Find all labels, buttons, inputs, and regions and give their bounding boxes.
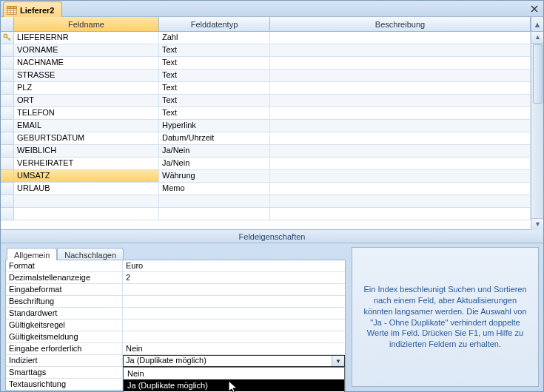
field-name-cell[interactable]: URLAUB <box>14 183 159 195</box>
field-name-cell[interactable]: NACHNAME <box>14 57 159 70</box>
data-type-cell[interactable]: Text <box>159 44 270 57</box>
dropdown-button[interactable]: ▼ <box>332 356 344 367</box>
row-selector[interactable] <box>1 95 14 107</box>
indexed-dropdown[interactable]: NeinJa (Duplikate möglich)Ja (Ohne Dupli… <box>123 367 345 392</box>
property-row[interactable]: Dezimalstellenanzeige2 <box>6 272 345 284</box>
data-type-cell[interactable]: Währung <box>159 170 270 183</box>
field-row[interactable]: EMAILHyperlink <box>1 120 531 132</box>
row-selector[interactable] <box>1 120 14 132</box>
row-selector[interactable] <box>1 183 14 195</box>
data-type-cell[interactable]: Text <box>159 82 270 95</box>
field-name-cell[interactable]: WEIBLICH <box>14 145 159 158</box>
field-row[interactable] <box>1 195 531 208</box>
row-selector[interactable] <box>1 107 14 120</box>
description-cell[interactable] <box>270 107 531 120</box>
row-selector-header[interactable] <box>1 17 14 31</box>
field-name-cell[interactable]: EMAIL <box>14 120 159 132</box>
scroll-down-icon[interactable]: ▼ <box>531 218 543 230</box>
row-selector[interactable] <box>1 132 14 145</box>
data-type-cell[interactable]: Text <box>159 70 270 82</box>
property-row[interactable]: FormatEuro <box>6 260 345 272</box>
row-selector[interactable] <box>1 44 14 57</box>
field-row[interactable]: ORTText <box>1 95 531 107</box>
field-row[interactable]: GEBURTSDATUMDatum/Uhrzeit <box>1 132 531 145</box>
close-button[interactable] <box>528 3 540 15</box>
scroll-up-icon[interactable]: ▲ <box>531 32 543 44</box>
field-name-cell[interactable]: VORNAME <box>14 44 159 57</box>
field-name-cell[interactable]: STRASSE <box>14 70 159 82</box>
property-row[interactable]: Standardwert <box>6 308 345 320</box>
property-value[interactable]: Nein <box>123 343 345 355</box>
data-type-cell[interactable]: Zahl <box>159 32 270 44</box>
description-cell[interactable] <box>270 120 531 132</box>
description-cell[interactable] <box>270 158 531 170</box>
field-name-cell[interactable] <box>14 195 159 208</box>
property-value[interactable] <box>123 308 345 320</box>
property-value[interactable]: 2 <box>123 272 345 284</box>
row-selector[interactable] <box>1 82 14 95</box>
data-type-cell[interactable]: Ja/Nein <box>159 145 270 158</box>
description-cell[interactable] <box>270 70 531 82</box>
row-selector[interactable] <box>1 57 14 70</box>
field-name-cell[interactable]: UMSATZ <box>14 170 159 183</box>
data-type-cell[interactable]: Memo <box>159 183 270 195</box>
column-header-description[interactable]: Beschreibung <box>270 17 531 31</box>
row-selector[interactable] <box>1 158 14 170</box>
property-row[interactable]: Gültigkeitsmeldung <box>6 331 345 343</box>
field-name-cell[interactable]: ORT <box>14 95 159 107</box>
field-row[interactable]: TELEFONText <box>1 107 531 120</box>
property-value[interactable] <box>123 320 345 331</box>
description-cell[interactable] <box>270 32 531 44</box>
field-row[interactable]: VORNAMEText <box>1 44 531 57</box>
data-type-cell[interactable]: Text <box>159 107 270 120</box>
property-row[interactable]: Gültigkeitsregel <box>6 320 345 331</box>
row-selector[interactable] <box>1 70 14 82</box>
column-header-datatype[interactable]: Felddatentyp <box>159 17 270 31</box>
property-row[interactable]: Beschriftung <box>6 296 345 308</box>
row-selector[interactable] <box>1 208 14 220</box>
property-value[interactable]: Euro <box>123 260 345 272</box>
field-row[interactable]: WEIBLICHJa/Nein <box>1 145 531 158</box>
data-type-cell[interactable] <box>159 195 270 208</box>
field-name-cell[interactable]: GEBURTSDATUM <box>14 132 159 145</box>
tab-general[interactable]: Allgemein <box>7 248 57 260</box>
row-selector[interactable] <box>1 195 14 208</box>
description-cell[interactable] <box>270 195 531 208</box>
data-type-cell[interactable]: Datum/Uhrzeit <box>159 132 270 145</box>
dropdown-option[interactable]: Ja (Duplikate möglich) <box>124 379 344 391</box>
description-cell[interactable] <box>270 44 531 57</box>
field-row[interactable]: LIEFERERNRZahl <box>1 32 531 44</box>
data-type-cell[interactable]: Ja/Nein <box>159 158 270 170</box>
property-value[interactable] <box>123 331 345 343</box>
data-type-cell[interactable]: Text <box>159 95 270 107</box>
property-value[interactable]: Ja (Duplikate möglich)▼ <box>123 355 345 367</box>
description-cell[interactable] <box>270 95 531 107</box>
property-row[interactable]: Eingabeformat <box>6 284 345 296</box>
column-header-fieldname[interactable]: Feldname <box>14 17 159 31</box>
data-type-cell[interactable]: Text <box>159 57 270 70</box>
description-cell[interactable] <box>270 132 531 145</box>
field-row[interactable]: PLZText <box>1 82 531 95</box>
description-cell[interactable] <box>270 57 531 70</box>
property-value[interactable] <box>123 284 345 296</box>
description-cell[interactable] <box>270 183 531 195</box>
description-cell[interactable] <box>270 145 531 158</box>
data-type-cell[interactable] <box>159 208 270 220</box>
description-cell[interactable] <box>270 208 531 220</box>
object-tab[interactable]: Lieferer2 <box>3 1 62 18</box>
field-row[interactable]: VERHEIRATETJa/Nein <box>1 158 531 170</box>
dropdown-option[interactable]: Nein <box>124 368 344 379</box>
row-selector[interactable] <box>1 170 14 183</box>
field-row[interactable]: UMSATZWährung <box>1 170 531 183</box>
field-name-cell[interactable] <box>14 208 159 220</box>
field-name-cell[interactable]: LIEFERERNR <box>14 32 159 44</box>
property-row[interactable]: Eingabe erforderlichNein <box>6 343 345 355</box>
tab-lookup[interactable]: Nachschlagen <box>57 248 124 260</box>
row-selector[interactable] <box>1 145 14 158</box>
description-cell[interactable] <box>270 82 531 95</box>
row-selector[interactable] <box>1 32 14 44</box>
field-name-cell[interactable]: TELEFON <box>14 107 159 120</box>
field-row[interactable] <box>1 208 531 220</box>
field-row[interactable]: URLAUBMemo <box>1 183 531 195</box>
description-cell[interactable] <box>270 170 531 183</box>
